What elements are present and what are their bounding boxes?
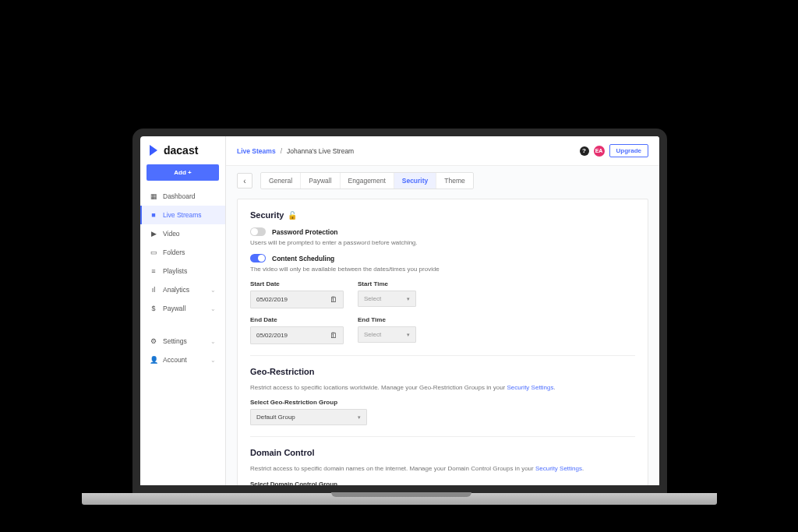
domain-desc: Restrict access to specific domain names… (250, 465, 635, 472)
start-time-select[interactable]: Select ▾ (358, 291, 416, 307)
chevron-down-icon: ⌄ (210, 287, 216, 294)
sidebar-item-label: Playlists (163, 267, 187, 275)
chevron-down-icon: ⌄ (210, 357, 216, 364)
gear-icon: ⚙ (150, 337, 157, 345)
dashboard-icon: ▦ (150, 192, 157, 200)
scheduling-row: Content Scheduling (250, 254, 635, 262)
sidebar-item-account[interactable]: 👤 Account ⌄ (140, 351, 225, 369)
sidebar-item-label: Account (163, 356, 187, 364)
end-date-input[interactable]: 05/02/2019 🗓 (250, 326, 344, 344)
sidebar-item-analytics[interactable]: ıl Analytics ⌄ (140, 280, 225, 299)
sidebar-item-settings[interactable]: ⚙ Settings ⌄ (140, 332, 225, 351)
sidebar-item-label: Settings (163, 337, 187, 345)
scheduling-desc: The video will only be available between… (250, 266, 635, 273)
security-card: Security 🔓 Password Protection Users wil… (237, 199, 648, 485)
password-desc: Users will be prompted to enter a passwo… (250, 239, 635, 246)
help-icon[interactable]: ? (580, 146, 589, 156)
chevron-down-icon: ⌄ (210, 338, 216, 345)
tab-general[interactable]: General (261, 173, 301, 188)
geo-group-select[interactable]: Default Group ▾ (250, 409, 367, 425)
end-date-label: End Date (250, 316, 344, 323)
sidebar-item-video[interactable]: ▶ Video (140, 224, 225, 243)
caret-down-icon: ▾ (407, 332, 410, 338)
breadcrumb-current: Johanna's Live Stream (287, 147, 354, 155)
sidebar-item-label: Analytics (163, 286, 189, 294)
tab-engagement[interactable]: Engagement (341, 173, 394, 188)
tab-security[interactable]: Security (394, 173, 437, 188)
avatar[interactable]: EA (594, 146, 605, 157)
tab-bar: ‹ General Paywall Engagement Security Th… (226, 166, 659, 196)
divider (250, 355, 635, 356)
sidebar: dacast Add + ▦ Dashboard ■ Live Streams … (140, 136, 226, 485)
scheduling-title: Content Scheduling (272, 255, 334, 262)
start-date-input[interactable]: 05/02/2019 🗓 (250, 291, 344, 308)
content-area: Security 🔓 Password Protection Users wil… (226, 196, 659, 485)
back-button[interactable]: ‹ (237, 173, 252, 188)
folder-icon: ▭ (150, 248, 157, 256)
geo-desc: Restrict access to specific locations wo… (250, 384, 635, 391)
camera-icon: ■ (150, 211, 157, 219)
calendar-icon: 🗓 (330, 331, 337, 340)
chevron-left-icon: ‹ (243, 177, 245, 185)
password-toggle[interactable] (250, 227, 266, 236)
caret-down-icon: ▾ (407, 296, 410, 302)
tabs: General Paywall Engagement Security Them… (260, 172, 474, 189)
breadcrumb-separator: / (281, 147, 282, 155)
topbar: Live Steams / Johanna's Live Stream ? EA… (226, 136, 659, 166)
brand-logo: dacast (140, 136, 225, 164)
playlist-icon: ≡ (150, 267, 157, 275)
tab-theme[interactable]: Theme (436, 173, 472, 188)
domain-select-label: Select Domain Control Group (250, 481, 337, 485)
sidebar-item-label: Video (163, 230, 180, 238)
sidebar-item-label: Dashboard (163, 192, 196, 200)
tab-paywall[interactable]: Paywall (301, 173, 340, 188)
caret-down-icon: ▾ (358, 414, 361, 421)
play-icon: ▶ (150, 230, 157, 238)
calendar-icon: 🗓 (330, 295, 337, 304)
security-settings-link[interactable]: Security Settings (535, 465, 582, 472)
lock-icon: 🔓 (288, 211, 297, 220)
geo-group-value: Default Group (256, 414, 295, 421)
end-time-placeholder: Select (364, 331, 381, 338)
divider (250, 436, 635, 437)
sidebar-item-live-streams[interactable]: ■ Live Streams (140, 206, 225, 224)
upgrade-button[interactable]: Upgrade (609, 144, 648, 157)
geo-heading: Geo-Restriction (250, 367, 635, 376)
scheduling-toggle[interactable] (250, 254, 266, 262)
laptop-notch (331, 492, 471, 497)
start-time-placeholder: Select (364, 295, 381, 302)
sidebar-item-folders[interactable]: ▭ Folders (140, 243, 225, 262)
user-icon: 👤 (150, 356, 157, 364)
dollar-icon: $ (150, 305, 157, 312)
domain-heading: Domain Control (250, 448, 635, 457)
password-title: Password Protection (272, 228, 338, 236)
breadcrumb-root[interactable]: Live Steams (237, 147, 276, 155)
sidebar-item-label: Live Streams (163, 211, 202, 219)
start-time-label: Start Time (358, 280, 416, 287)
end-date-value: 05/02/2019 (256, 332, 288, 339)
chevron-down-icon: ⌄ (210, 305, 216, 312)
sidebar-item-label: Paywall (163, 305, 185, 312)
end-time-select[interactable]: Select ▾ (358, 326, 416, 343)
sidebar-item-dashboard[interactable]: ▦ Dashboard (140, 187, 225, 206)
sidebar-spacer (140, 318, 225, 332)
security-settings-link[interactable]: Security Settings (507, 384, 553, 391)
start-date-label: Start Date (250, 280, 344, 287)
add-button[interactable]: Add + (147, 164, 219, 181)
main-panel: Live Steams / Johanna's Live Stream ? EA… (226, 136, 659, 485)
start-date-value: 05/02/2019 (256, 296, 288, 303)
sidebar-item-playlists[interactable]: ≡ Playlists (140, 262, 225, 280)
analytics-icon: ıl (150, 286, 157, 294)
sidebar-item-paywall[interactable]: $ Paywall ⌄ (140, 299, 225, 318)
geo-select-label: Select Geo-Restriction Group (250, 399, 635, 406)
sidebar-item-label: Folders (163, 248, 185, 256)
end-time-label: End Time (358, 316, 416, 323)
security-heading: Security 🔓 (250, 210, 635, 220)
password-protection-row: Password Protection (250, 227, 635, 236)
sidebar-nav: ▦ Dashboard ■ Live Streams ▶ Video ▭ Fol… (140, 187, 225, 369)
brand-name: dacast (164, 144, 198, 157)
logo-mark-icon (150, 145, 161, 156)
app-root: dacast Add + ▦ Dashboard ■ Live Streams … (140, 136, 659, 485)
